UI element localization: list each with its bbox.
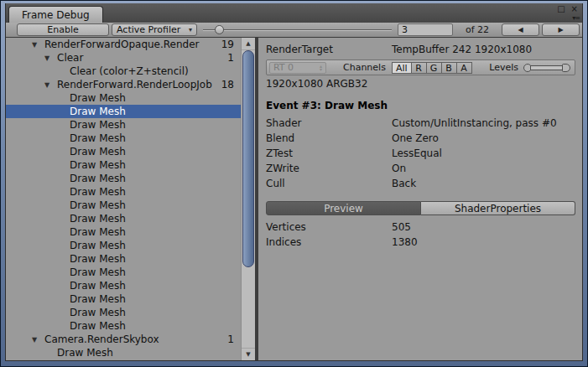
tree-row[interactable]: Draw Mesh xyxy=(6,346,241,359)
tree-row-label: Draw Mesh xyxy=(70,146,126,158)
foldout-icon[interactable]: ▼ xyxy=(32,41,44,49)
tree-row-count: 19 xyxy=(221,39,234,50)
foldout-icon[interactable]: ▼ xyxy=(44,54,57,62)
event-title: Event #3: Draw Mesh xyxy=(266,100,575,113)
tree-row[interactable]: Draw Mesh xyxy=(6,91,241,105)
frame-total-label: of 22 xyxy=(455,24,499,35)
tree-row-count: 1 xyxy=(227,52,234,64)
channel-button-b[interactable]: B xyxy=(441,62,457,74)
window-content: Frame Debug □ × ▾≡ Enable Active Profile… xyxy=(5,3,583,361)
tree-row[interactable]: Draw Mesh xyxy=(6,266,241,279)
tree-row-label: Draw Mesh xyxy=(70,266,126,278)
stat-label: Indices xyxy=(266,236,392,248)
tree-row[interactable]: Draw Mesh xyxy=(6,132,241,145)
tree-row[interactable]: Draw Mesh xyxy=(6,105,241,118)
stat-value: 1380 xyxy=(392,236,418,248)
tree-row-label: Draw Mesh xyxy=(70,132,126,144)
tree-row-label: Draw Mesh xyxy=(70,213,126,225)
levels-range-bar xyxy=(530,65,564,70)
tree-row[interactable]: Clear (color+Z+stencil) xyxy=(6,65,241,78)
maximize-icon[interactable]: □ xyxy=(557,5,565,13)
window-menu-icon[interactable]: ▾≡ xyxy=(572,14,580,22)
chevron-down-icon: ▾ xyxy=(189,26,192,34)
scrollbar-thumb[interactable] xyxy=(242,50,254,267)
scroll-down-icon[interactable]: ▼ xyxy=(242,349,255,360)
shader-state-row: ShaderCustom/UnlitInstancing, pass #0 xyxy=(266,116,575,131)
next-frame-button[interactable]: ▶ xyxy=(542,23,580,36)
frame-slider[interactable] xyxy=(200,23,395,36)
state-label: ZTest xyxy=(266,147,392,159)
close-icon[interactable]: × xyxy=(571,5,578,13)
channel-button-all[interactable]: All xyxy=(392,62,412,74)
active-profiler-dropdown[interactable]: Active Profiler ▾ xyxy=(112,23,197,36)
tree-row-label: Draw Mesh xyxy=(70,293,126,305)
tree-row-label: RenderForwardOpaque.Render xyxy=(44,39,200,50)
titlebar: Frame Debug □ × ▾≡ xyxy=(6,3,582,23)
state-label: Blend xyxy=(266,132,392,144)
tree-row[interactable]: Draw Mesh xyxy=(6,239,241,252)
tree-row-label: Draw Mesh xyxy=(70,320,126,332)
channel-button-a[interactable]: A xyxy=(456,62,472,74)
enable-button[interactable]: Enable xyxy=(17,23,109,36)
updown-arrows-icon: ▴ ▾ xyxy=(320,65,322,71)
prev-frame-button[interactable]: ◀ xyxy=(502,23,539,36)
state-value: LessEqual xyxy=(392,147,442,159)
tree-row-label: Clear xyxy=(57,52,83,64)
tree-row[interactable]: Draw Mesh xyxy=(6,252,241,266)
state-value: On xyxy=(392,163,406,174)
channel-button-g[interactable]: G xyxy=(426,62,442,74)
tree-row[interactable]: ▼RenderForward.RenderLoopJob18 xyxy=(6,78,241,91)
tree-scrollbar[interactable]: ▲ ▼ xyxy=(241,38,255,360)
tree-row[interactable]: ▼Camera.RenderSkybox1 xyxy=(6,333,241,346)
tab-preview[interactable]: Preview xyxy=(266,201,421,215)
tree-row-label: Draw Mesh xyxy=(70,173,126,184)
frame-slider-thumb[interactable] xyxy=(215,25,224,34)
tree-row[interactable]: Draw Mesh xyxy=(6,225,241,239)
mesh-stats: Vertices505Indices1380 xyxy=(266,220,575,250)
window-tab-frame-debug[interactable]: Frame Debug xyxy=(8,6,103,23)
tree-row[interactable]: Draw Mesh xyxy=(6,319,241,333)
scrollbar-track[interactable] xyxy=(242,49,255,349)
channel-button-r[interactable]: R xyxy=(411,62,427,74)
tree-row[interactable]: Draw Mesh xyxy=(6,185,241,199)
tree-row[interactable]: Draw Mesh xyxy=(6,306,241,319)
tab-shaderproperties[interactable]: ShaderProperties xyxy=(421,201,575,215)
tree-row-label: Draw Mesh xyxy=(70,106,126,117)
state-label: Shader xyxy=(266,117,392,129)
tree-row-label: Draw Mesh xyxy=(70,253,126,265)
state-value: One Zero xyxy=(392,132,439,144)
render-target-value: TempBuffer 242 1920x1080 xyxy=(392,44,532,55)
tree-row[interactable]: Draw Mesh xyxy=(6,118,241,132)
state-label: Cull xyxy=(266,178,392,189)
tree-row-label: RenderForward.RenderLoopJob xyxy=(57,79,212,90)
tree-row[interactable]: Draw Mesh xyxy=(6,212,241,225)
rt-dropdown[interactable]: RT 0 ▴ ▾ xyxy=(269,62,326,74)
tree-row[interactable]: Draw Mesh xyxy=(6,279,241,292)
levels-slider[interactable] xyxy=(523,63,570,73)
tree-row-count: 1 xyxy=(227,333,234,345)
detail-tabs: PreviewShaderProperties xyxy=(266,201,575,215)
tree-row[interactable]: Draw Mesh xyxy=(6,158,241,172)
tree-row-label: Draw Mesh xyxy=(57,347,113,359)
tree-row[interactable]: Draw Mesh xyxy=(6,172,241,185)
foldout-icon[interactable]: ▼ xyxy=(44,81,57,89)
tree-row-count: 18 xyxy=(221,79,234,90)
tree-row-label: Draw Mesh xyxy=(70,159,126,171)
levels-max-thumb[interactable] xyxy=(562,64,570,72)
render-target-label: RenderTarget xyxy=(266,44,392,55)
render-target-toolbar: RT 0 ▴ ▾ Channels AllRGBA Levels xyxy=(266,59,575,75)
event-tree: ▼RenderForwardOpaque.Render19▼Clear1Clea… xyxy=(6,38,241,360)
mesh-stat-row: Indices1380 xyxy=(266,235,575,250)
tree-row-label: Draw Mesh xyxy=(70,226,126,238)
foldout-icon[interactable]: ▼ xyxy=(32,336,44,344)
levels-label: Levels xyxy=(489,62,518,73)
tree-row[interactable]: ▼Clear1 xyxy=(6,51,241,65)
tree-row[interactable]: Draw Mesh xyxy=(6,292,241,306)
tree-row[interactable]: Draw Mesh xyxy=(6,145,241,158)
frame-number-input[interactable] xyxy=(398,23,453,36)
frame-slider-track xyxy=(203,29,392,31)
tree-row[interactable]: Draw Mesh xyxy=(6,199,241,212)
tree-row[interactable]: ▼RenderForwardOpaque.Render19 xyxy=(6,38,241,51)
scroll-up-icon[interactable]: ▲ xyxy=(242,38,255,49)
popup-down-icon: ▾ xyxy=(320,68,322,71)
